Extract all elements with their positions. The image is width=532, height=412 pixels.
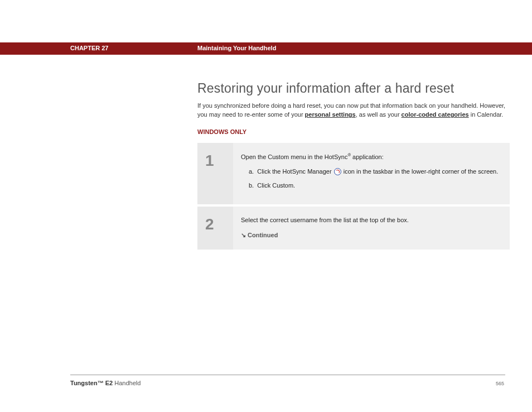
continued-indicator: ↘Continued <box>241 231 502 240</box>
substep-text-pre: Click Custom. <box>257 182 295 189</box>
step-text-post: application: <box>351 154 384 160</box>
color-coded-categories-link[interactable]: color-coded categories <box>402 111 469 118</box>
substep-text-post: icon in the taskbar in the lower-right c… <box>342 168 499 175</box>
page-title: Restoring your information after a hard … <box>197 81 510 96</box>
page-number: 565 <box>496 381 504 386</box>
step-body-cell: Select the correct username from the lis… <box>233 205 510 251</box>
personal-settings-link[interactable]: personal settings <box>305 111 356 118</box>
step-main-text: Open the Custom menu in the HotSync® app… <box>241 152 502 161</box>
substep-label: a. <box>249 168 254 175</box>
step-main-text: Select the correct username from the lis… <box>241 215 502 225</box>
continued-arrow-icon: ↘ <box>241 231 246 240</box>
trademark-symbol: ™ <box>98 380 104 386</box>
substeps-list: a. Click the HotSync Manager icon in the… <box>241 167 502 190</box>
substep-label: b. <box>249 182 254 189</box>
step-number-cell: 2 <box>197 205 233 251</box>
chapter-label: CHAPTER 27 <box>70 45 108 51</box>
footer-text: Tungsten™ E2 Handheld <box>70 380 141 386</box>
chapter-header-bar: CHAPTER 27 Maintaining Your Handheld <box>0 42 532 55</box>
footer-suffix: Handheld <box>113 380 141 386</box>
substep-item: b. Click Custom. <box>249 181 502 190</box>
footer-brand: Tungsten <box>70 380 98 386</box>
substep-item: a. Click the HotSync Manager icon in the… <box>249 167 502 176</box>
footer-rule <box>70 375 505 375</box>
intro-text-mid: , as well as your <box>356 111 402 118</box>
continued-label: Continued <box>248 232 278 238</box>
intro-text-post: in Calendar. <box>469 111 504 118</box>
substep-text-pre: Click the HotSync Manager <box>257 168 333 175</box>
step-body-cell: Open the Custom menu in the HotSync® app… <box>233 143 510 205</box>
step-number: 2 <box>205 215 225 233</box>
platform-label: WINDOWS ONLY <box>197 128 510 135</box>
step-row: 2 Select the correct username from the l… <box>197 205 510 251</box>
section-title: Maintaining Your Handheld <box>197 45 276 51</box>
intro-paragraph: If you synchronized before doing a hard … <box>197 102 510 119</box>
step-number-cell: 1 <box>197 143 233 205</box>
step-row: 1 Open the Custom menu in the HotSync® a… <box>197 143 510 205</box>
page-content: Restoring your information after a hard … <box>197 81 510 252</box>
step-number: 1 <box>205 152 225 170</box>
steps-table: 1 Open the Custom menu in the HotSync® a… <box>197 143 510 252</box>
footer-model: E2 <box>104 380 113 386</box>
hotsync-manager-icon <box>334 168 341 175</box>
step-text-pre: Open the Custom menu in the HotSync <box>241 154 347 160</box>
